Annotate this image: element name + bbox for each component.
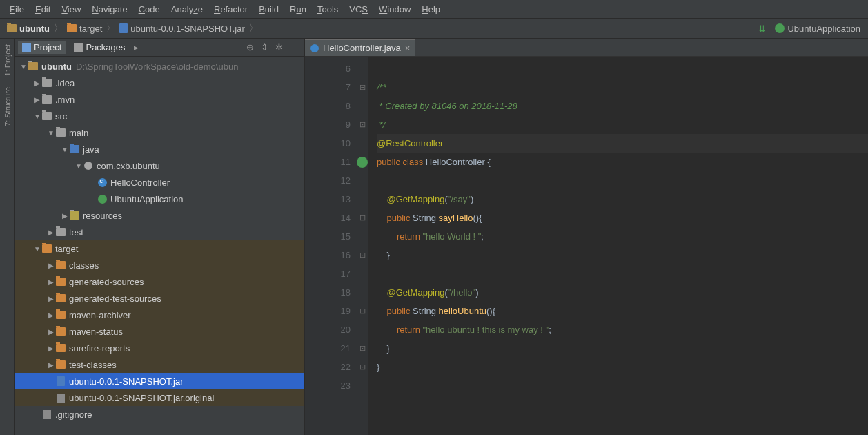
menu-build[interactable]: Build	[253, 4, 284, 14]
menu-code[interactable]: Code	[133, 4, 166, 14]
tree-generated-test-sources[interactable]: ▶generated-test-sources	[15, 290, 304, 307]
tree-gitignore[interactable]: .gitignore	[15, 406, 304, 423]
breadcrumb-label: ubuntu-0.0.1-SNAPSHOT.jar	[130, 23, 244, 34]
fold-gutter: ⊟ ⊡ ⊟ ⊡ ⊟ ⊡ ⊡	[356, 57, 368, 435]
tree-maven-archiver[interactable]: ▶maven-archiver	[15, 307, 304, 323]
line-number: 21	[305, 339, 351, 358]
tab-label: Project	[34, 42, 61, 52]
line-number-gutter: 67891011121314151617181920212223	[305, 57, 356, 435]
code-line: public class HelloController {	[377, 153, 868, 171]
locate-icon[interactable]: ⊕	[246, 42, 254, 52]
menu-file[interactable]: File	[4, 4, 30, 14]
menu-edit[interactable]: Edit	[30, 4, 56, 14]
expand-icon[interactable]: ▸	[134, 42, 139, 52]
breadcrumb-jar[interactable]: ubuntu-0.0.1-SNAPSHOT.jar	[117, 21, 247, 36]
tree-main[interactable]: ▼main	[15, 124, 304, 141]
hide-icon[interactable]: —	[290, 42, 299, 52]
line-number: 14	[305, 209, 351, 227]
fold-icon[interactable]: ⊟	[356, 209, 368, 227]
tree-project-root[interactable]: ▼ ubuntu D:\SpringToolWorkSpace\old-demo…	[15, 58, 304, 75]
breadcrumb-label: ubuntu	[19, 23, 50, 34]
chevron-right-icon: 〉	[105, 22, 117, 35]
project-view-tab[interactable]: Project	[18, 41, 66, 54]
fold-end-icon[interactable]: ⊡	[356, 339, 368, 358]
code-line: }	[377, 339, 868, 358]
fold-icon[interactable]: ⊟	[356, 78, 368, 97]
jar-icon	[119, 23, 128, 33]
fold-icon[interactable]: ⊟	[356, 302, 368, 320]
code-line: @GetMapping("/say")	[377, 190, 868, 209]
fold-end-icon[interactable]: ⊡	[356, 246, 368, 264]
tree-mvn[interactable]: ▶.mvn	[15, 91, 304, 108]
tree-package[interactable]: ▼com.cxb.ubuntu	[15, 157, 304, 174]
menu-run[interactable]: Run	[284, 4, 312, 14]
tree-generated-sources[interactable]: ▶generated-sources	[15, 273, 304, 290]
tree-test[interactable]: ▶test	[15, 224, 304, 240]
project-icon	[22, 43, 31, 52]
line-number: 9	[305, 115, 351, 134]
menu-view[interactable]: View	[56, 4, 86, 14]
line-number: 23	[305, 376, 351, 395]
class-icon	[310, 44, 319, 52]
tree-java[interactable]: ▼java	[15, 141, 304, 157]
project-tree: ▼ ubuntu D:\SpringToolWorkSpace\old-demo…	[15, 57, 304, 435]
code-line: return "hello World ! ";	[377, 227, 868, 246]
run-config-selector[interactable]: UbuntuApplication	[771, 22, 864, 35]
chevron-right-icon: 〉	[248, 22, 259, 35]
tree-jar-selected[interactable]: ubuntu-0.0.1-SNAPSHOT.jar	[15, 373, 304, 389]
tree-ubuntuapplication[interactable]: UbuntuApplication	[15, 191, 304, 207]
code-line	[377, 171, 868, 190]
build-icon[interactable]: ⇊	[758, 23, 766, 34]
tree-idea[interactable]: ▶.idea	[15, 75, 304, 91]
tree-test-classes[interactable]: ▶test-classes	[15, 356, 304, 373]
line-number: 13	[305, 190, 351, 209]
settings-icon[interactable]: ✲	[275, 42, 283, 52]
menu-navigate[interactable]: Navigate	[86, 4, 132, 14]
code-line: * Created by 81046 on 2018-11-28	[377, 97, 868, 115]
line-number: 18	[305, 283, 351, 302]
line-number: 7	[305, 78, 351, 97]
tree-classes[interactable]: ▶classes	[15, 257, 304, 273]
tree-hellocontroller[interactable]: HelloController	[15, 174, 304, 191]
left-tool-strip: 1: Project 7: Structure	[0, 39, 15, 435]
packages-view-tab[interactable]: Packages	[70, 41, 129, 54]
source-code[interactable]: /** * Created by 81046 on 2018-11-28 */ …	[368, 57, 868, 435]
collapse-icon[interactable]: ⇕	[261, 42, 268, 52]
toolwindow-structure-tab[interactable]: 7: Structure	[3, 81, 12, 132]
menu-tools[interactable]: Tools	[312, 4, 344, 14]
line-number: 16	[305, 246, 351, 264]
tree-resources[interactable]: ▶resources	[15, 207, 304, 224]
editor-tab-hellocontroller[interactable]: HelloController.java ×	[305, 39, 415, 56]
close-tab-icon[interactable]: ×	[405, 43, 411, 53]
run-gutter-icon[interactable]	[357, 157, 368, 168]
fold-end-icon[interactable]: ⊡	[356, 115, 368, 134]
menu-vcs[interactable]: VCS	[344, 4, 373, 14]
folder-icon	[7, 24, 17, 32]
code-line: */	[377, 115, 868, 134]
menu-analyze[interactable]: Analyze	[166, 4, 208, 14]
line-number: 17	[305, 264, 351, 283]
toolwindow-project-tab[interactable]: 1: Project	[3, 39, 12, 81]
code-editor[interactable]: 67891011121314151617181920212223 ⊟ ⊡ ⊟ ⊡…	[305, 57, 868, 435]
code-line: }	[377, 358, 868, 376]
tree-surefire-reports[interactable]: ▶surefire-reports	[15, 340, 304, 356]
menu-help[interactable]: Help	[416, 4, 446, 14]
tree-target[interactable]: ▼target	[15, 240, 304, 257]
line-number: 6	[305, 59, 351, 78]
line-number: 12	[305, 171, 351, 190]
editor-area: HelloController.java × 67891011121314151…	[305, 39, 868, 435]
menu-refactor[interactable]: Refactor	[208, 4, 253, 14]
code-line: public String sayHello(){	[377, 209, 868, 227]
code-line: @GetMapping("/hello")	[377, 283, 868, 302]
spring-boot-icon	[775, 23, 785, 33]
menu-window[interactable]: Window	[373, 4, 416, 14]
breadcrumb-target[interactable]: target	[64, 21, 105, 36]
breadcrumb-label: target	[79, 23, 102, 34]
tree-src[interactable]: ▼src	[15, 108, 304, 124]
breadcrumb-root[interactable]: ubuntu	[4, 21, 52, 36]
tree-jar-original[interactable]: ubuntu-0.0.1-SNAPSHOT.jar.original	[15, 389, 304, 406]
tree-maven-status[interactable]: ▶maven-status	[15, 323, 304, 340]
line-number: 10	[305, 134, 351, 153]
fold-end-icon[interactable]: ⊡	[356, 358, 368, 376]
navigation-bar: ubuntu 〉 target 〉 ubuntu-0.0.1-SNAPSHOT.…	[0, 18, 868, 39]
